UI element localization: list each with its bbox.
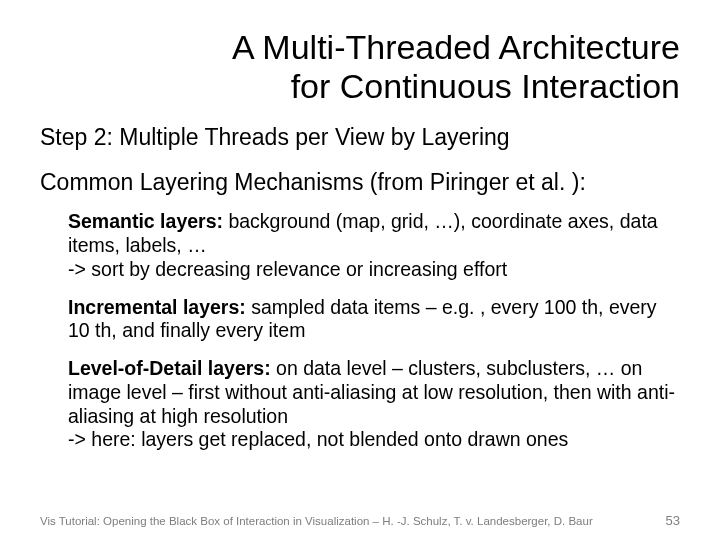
footer: Vis Tutorial: Opening the Black Box of I…	[40, 513, 680, 528]
footer-text: Vis Tutorial: Opening the Black Box of I…	[40, 515, 593, 527]
lod-lead: Level-of-Detail layers:	[68, 357, 271, 379]
title-line-1: A Multi-Threaded Architecture	[232, 28, 680, 66]
bullet-list: Semantic layers: background (map, grid, …	[40, 210, 680, 452]
incremental-lead: Incremental layers:	[68, 296, 246, 318]
page-number: 53	[666, 513, 680, 528]
step-heading: Step 2: Multiple Threads per View by Lay…	[40, 124, 680, 151]
semantic-tail: -> sort by decreasing relevance or incre…	[68, 258, 507, 280]
lod-tail: -> here: layers get replaced, not blende…	[68, 428, 568, 450]
semantic-lead: Semantic layers:	[68, 210, 223, 232]
title-line-2: for Continuous Interaction	[291, 67, 680, 105]
semantic-layers-block: Semantic layers: background (map, grid, …	[68, 210, 680, 281]
lod-layers-block: Level-of-Detail layers: on data level – …	[68, 357, 680, 452]
slide-title: A Multi-Threaded Architecture for Contin…	[40, 28, 680, 106]
subheading: Common Layering Mechanisms (from Piringe…	[40, 169, 680, 196]
incremental-layers-block: Incremental layers: sampled data items –…	[68, 296, 680, 344]
slide: A Multi-Threaded Architecture for Contin…	[0, 0, 720, 540]
